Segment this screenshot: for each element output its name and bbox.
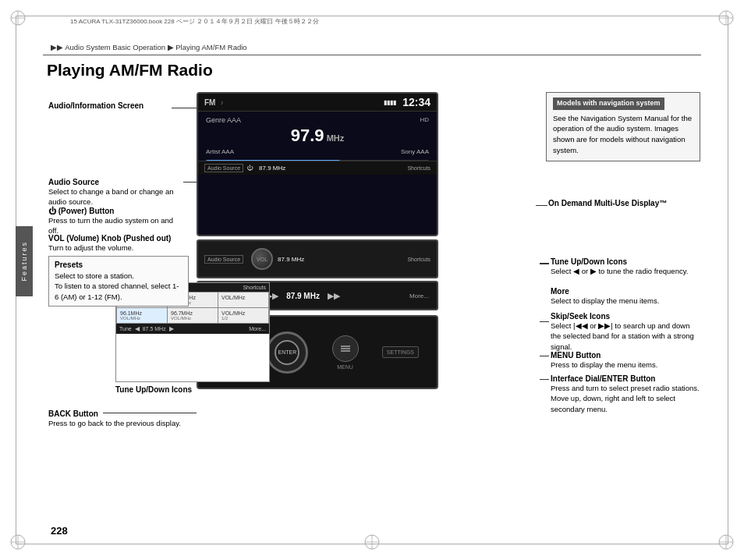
menu-ann-label: MENU Button [551,351,700,360]
power-desc: Press to turn the audio system on and of… [48,215,185,236]
line-skip [540,321,549,322]
screen-genre: Genre AAA [206,116,241,124]
presets-desc2: To listen to a stored channel, select 1-… [55,281,182,302]
strip-freq: 87.9 MHz [278,256,304,263]
vol-desc: Turn to adjust the volume. [48,243,171,253]
audio-source-annotation: Audio Source Select to change a band or … [48,178,185,207]
enter-dial: ENTER [266,331,308,374]
screen-hd: HD [420,116,429,124]
page-title: Playing AM/FM Radio [47,61,213,80]
interface-dial-label: Interface Dial/ENTER Button [551,374,700,383]
interface-dial-desc: Press and turn to select preset radio st… [551,383,700,414]
tune-icons-left-label: Tune Up/Down Icons [115,385,192,394]
line-more [540,263,549,264]
preset-cell-4: 96.1MHz VOL/MHz [117,308,167,323]
on-demand-annotation: On Demand Multi-Use Display™ [548,199,700,207]
skip-seek-desc: Select |◀◀ or ▶▶| to search up and down … [551,321,700,352]
screen-shortcuts: Shortcuts [407,165,430,171]
skip-seek-annotation: Skip/Seek Icons Select |◀◀ or ▶▶| to sea… [551,312,700,352]
line-menu [540,356,549,356]
breadcrumb: ▶▶ Audio System Basic Operation ▶ Playin… [51,43,247,51]
presets-annotation-box: Presets Select to store a station. To li… [48,256,189,307]
screen-artist: Artist AAA [206,148,234,155]
tune-fwd2-icon: ▶▶ [328,291,340,301]
screen-fm: FM [204,98,215,107]
menu-label: MENU [337,364,353,370]
preset-cell-5: 96.7MHz VOL/MHz [168,308,218,323]
on-demand-label: On Demand Multi-Use Display™ [548,199,700,207]
menu-icon [340,345,351,353]
more-desc-ann: Select to display the menu items. [551,296,700,306]
audio-screen: FM ♪ ▮▮▮▮ 12:34 Genre AAA HD 97.9 MHz Ar… [197,92,438,236]
menu-btn-group: MENU [332,335,359,370]
side-tab: Features [16,226,33,296]
menu-annotation: MENU Button Press to display the menu it… [551,351,700,370]
tune-right-annotation: Tune Up/Down Icons Select ◀ or ▶ to tune… [551,257,700,276]
audio-source-label: Audio Source [48,178,185,186]
skip-seek-label: Skip/Seek Icons [551,312,700,321]
screen-mode-icon: ♪ [220,99,223,106]
line-interface [540,379,549,380]
line-audiosource [183,182,197,183]
control-strip: Audio Source VOL 87.9 MHz Shortcuts [197,239,438,278]
presets-mini-tune: Tune [119,326,132,331]
presets-desc1: Select to store a station. [55,271,182,281]
screen-freq2: 87.9 MHz [259,165,285,172]
more-btn: More... [409,292,429,299]
presets-mini-shortcuts: Shortcuts [243,285,266,290]
line-ondemand [536,205,547,206]
meta-line: 15 ACURA TLX-31TZ36000.book 228 ページ ２０１４… [70,17,319,26]
more-annotation: More Select to display the menu items. [551,287,700,306]
back-ann-desc: Press to go back to the previous display… [48,418,181,428]
breadcrumb-prefix: ▶▶ [51,43,63,51]
screen-signal: ▮▮▮▮ [384,99,396,106]
breadcrumb-part2: Playing AM/FM Radio [175,43,246,51]
nav-box-text: See the Navigation System Manual for the… [553,113,693,156]
audio-info-label: Audio/Information Screen [48,101,143,110]
nav-box-title: Models with navigation system [553,97,664,110]
corner-mark-tr [717,9,735,27]
tune-right-label: Tune Up/Down Icons [551,257,700,266]
corner-mark-bl [9,533,27,551]
presets-label: Presets [55,261,182,269]
presets-mini-freq: 87.5 MHz [143,326,166,331]
presets-mini-more: More... [249,326,266,331]
bottom-center-mark [363,533,381,551]
tune-left: ◀ [135,325,140,332]
nav-box: Models with navigation system See the Na… [546,92,700,161]
power-btn-annotation: ⏻ (Power) Button Press to turn the audio… [48,207,185,236]
screen-song: Sony AAA [401,148,429,155]
screen-power-icon: ⏻ [246,165,253,172]
vol-knob-annotation: VOL (Volume) Knob (Pushed out) Turn to a… [48,234,171,253]
audio-source-desc: Select to change a band or change an aud… [48,186,185,207]
breadcrumb-separator: ▶ [168,43,174,51]
breadcrumb-part1: Audio System Basic Operation [65,43,165,51]
more-label-ann: More [551,287,700,296]
preset-cell-6: VOL/MHz 1/2 [218,308,268,323]
strip-freq2: 87.9 MHz [286,292,320,300]
tune-right-desc: Select ◀ or ▶ to tune the radio frequenc… [551,266,700,276]
presets-mini-footer: Tune ◀ 87.5 MHz ▶ More... [116,324,269,334]
vol-label: VOL (Volume) Knob (Pushed out) [48,234,171,243]
screen-audiosource: Audio Source [204,164,243,172]
enter-label: ENTER [278,349,296,355]
breadcrumb-rule [43,55,701,55]
enter-btn-group: ENTER [266,331,308,374]
corner-mark-br [717,533,735,551]
menu-btn-circle [332,335,359,362]
power-label: ⏻ (Power) Button [48,207,185,215]
back-annotation: BACK Button Press to go back to the prev… [48,409,181,428]
vol-knob-graphic: VOL [251,248,273,270]
line-back [103,413,197,413]
strip-shortcuts: Shortcuts [407,257,430,262]
settings-label: SETTINGS [382,346,419,358]
screen-freq: 97.9 MHz [206,126,429,146]
strip-audiosource: Audio Source [204,255,243,264]
enter-inner: ENTER [275,340,299,365]
preset-cell-3: VOL/MHz [218,292,268,307]
interface-dial-annotation: Interface Dial/ENTER Button Press and tu… [551,374,700,414]
tune-right: ▶ [169,325,174,332]
settings-area: SETTINGS [382,346,419,358]
side-tab-label: Features [20,241,28,282]
menu-ann-desc: Press to display the menu items. [551,360,700,370]
